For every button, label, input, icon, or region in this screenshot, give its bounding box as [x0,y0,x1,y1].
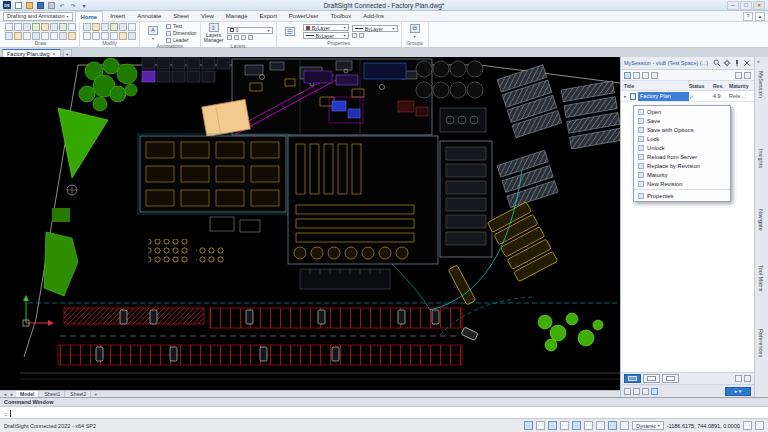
transparency-icon[interactable] [359,33,364,38]
arc-tool-icon[interactable] [14,32,22,40]
list-view-toggle[interactable] [643,374,660,383]
table-tool-icon[interactable] [68,32,76,40]
ribbon-tab-view[interactable]: View [196,11,219,22]
panel-action-button[interactable]: ▸ ▾ [725,387,751,396]
column-maturity[interactable]: Maturity [729,83,751,89]
layer-freeze-icon[interactable] [234,35,239,40]
palette-tab-mysession[interactable]: MySession [758,71,764,98]
command-window-header[interactable]: Command Window [0,398,768,407]
ray-tool-icon[interactable] [50,23,58,31]
folder-icon[interactable] [642,388,649,395]
tag-icon[interactable] [633,388,640,395]
close-panel-icon[interactable] [743,59,751,67]
layer-combo[interactable]: 0 ▾ [227,27,273,34]
ribbon-tab-poweruser[interactable]: PowerUser [284,11,324,22]
pin-panel-icon[interactable] [735,375,742,382]
region-tool-icon[interactable] [59,23,67,31]
trim-tool-icon[interactable] [110,23,118,31]
menu-item-save-with-options[interactable]: Save with Options [634,125,730,134]
ribbon-tab-home[interactable]: Home [75,11,104,22]
palette-tab-references[interactable]: References [758,329,764,357]
home-icon[interactable] [624,72,631,79]
menu-item-properties[interactable]: Properties [634,189,730,200]
back-icon[interactable] [633,72,640,79]
lineweight-toggle-icon[interactable] [596,421,605,430]
coordinate-mode-selector[interactable]: Dynamic ▾ [632,421,663,430]
menu-item-replace-by-revision[interactable]: Replace by Revision [634,161,730,170]
ribbon-tab-export[interactable]: Export [255,11,282,22]
hatch-tool-icon[interactable] [41,23,49,31]
refresh-icon[interactable] [642,72,649,79]
workspace-selector[interactable]: Drafting and Annotation ▾ [3,12,73,21]
collapse-ribbon-icon[interactable]: ▴ [755,12,765,21]
file-row-factory-plan[interactable]: ▸ Factory Plan ✓ 4.9 Rele... [621,91,754,102]
menu-item-reload-from-server[interactable]: Reload from Server [634,152,730,161]
ribbon-tab-insert[interactable]: Insert [105,11,130,22]
rectangle-tool-icon[interactable] [23,23,31,31]
grid-toggle-icon[interactable] [536,421,545,430]
spline-tool-icon[interactable] [32,32,40,40]
grid-view-toggle[interactable] [624,374,641,383]
cloud-tool-icon[interactable] [59,32,67,40]
match-properties-icon[interactable] [352,33,357,38]
ribbon-tab-annotate[interactable]: Annotate [132,11,166,22]
text-item[interactable]: Text [166,23,197,29]
line-weight-combo[interactable]: ByLayer ▾ [352,25,398,32]
column-status[interactable]: Status [689,83,713,89]
layers-manager-button[interactable]: ≡ Layers Manager [204,23,224,43]
search-icon[interactable] [713,59,721,67]
close-document-icon[interactable]: × [53,51,56,57]
extend-tool-icon[interactable] [110,32,118,40]
column-rev[interactable]: Rev. [713,83,729,89]
move-tool-icon[interactable] [83,23,91,31]
sync-icon[interactable] [651,388,658,395]
erase-tool-icon[interactable] [128,32,136,40]
gear-icon[interactable] [723,59,731,67]
polyline-tool-icon[interactable] [5,32,13,40]
stretch-tool-icon[interactable] [101,32,109,40]
undo-icon[interactable]: ↶ [58,1,66,9]
line-style-combo[interactable]: ByLayer ▾ [303,32,349,39]
ribbon-tab-toolbox[interactable]: Toolbox [326,11,357,22]
more-options-icon[interactable] [744,375,751,382]
close-button[interactable]: × [753,1,765,10]
block-tool-icon[interactable] [68,23,76,31]
minimize-button[interactable]: ─ [727,1,739,10]
line-color-combo[interactable]: ByLayer ▾ [303,24,349,31]
properties-button[interactable]: ☰ [280,27,300,36]
search-plus-icon[interactable] [624,388,631,395]
drawing-canvas[interactable] [0,57,620,390]
ortho-toggle-icon[interactable] [548,421,557,430]
mirror-tool-icon[interactable] [92,32,100,40]
esnap-toggle-icon[interactable] [572,421,581,430]
ellipse-tool-icon[interactable] [32,23,40,31]
palette-tab-navigate[interactable]: Navigate [758,209,764,231]
ribbon-tab-sheet[interactable]: Sheet [168,11,194,22]
chamfer-tool-icon[interactable] [119,32,127,40]
lock-ui-icon[interactable] [743,421,752,430]
fillet-tool-icon[interactable] [119,23,127,31]
point-tool-icon[interactable] [41,32,49,40]
menu-item-new-revision[interactable]: New Revision [634,179,730,188]
document-tab-factory-plan[interactable]: Factory Plan.dwg × [2,49,61,57]
fullscreen-icon[interactable] [755,421,764,430]
list-view-icon[interactable] [735,72,742,79]
layer-isolate-icon[interactable] [248,35,253,40]
annotation-scale-icon[interactable] [620,421,629,430]
polygon-tool-icon[interactable] [23,32,31,40]
tree-view-icon[interactable] [744,72,751,79]
open-file-icon[interactable] [25,1,33,9]
collapse-strip-icon[interactable]: « [757,58,760,64]
palette-tab-insights[interactable]: Insights [758,149,764,168]
ribbon-tab-manage[interactable]: Manage [221,11,253,22]
print-icon[interactable] [47,1,55,9]
menu-item-maturity[interactable]: Maturity [634,170,730,179]
polar-toggle-icon[interactable] [560,421,569,430]
dimension-item[interactable]: Dimension [166,30,197,36]
menu-item-open[interactable]: Open [634,107,730,116]
circle-tool-icon[interactable] [14,23,22,31]
maximize-button[interactable]: □ [740,1,752,10]
dynamic-input-toggle-icon[interactable] [608,421,617,430]
save-icon[interactable] [36,1,44,9]
snap-toggle-icon[interactable] [524,421,533,430]
